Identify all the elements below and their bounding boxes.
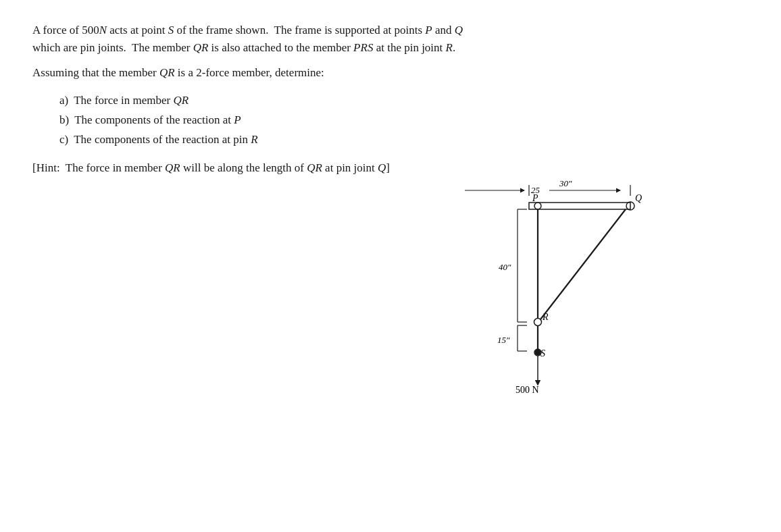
list-section: a) The force in member QR b) The compone… <box>59 91 640 150</box>
svg-rect-6 <box>529 203 630 209</box>
diagram-area: 25 30″ P Q 40″ 15″ <box>424 170 708 400</box>
svg-text:500 N: 500 N <box>515 385 539 395</box>
diagram-svg: 25 30″ P Q 40″ 15″ <box>424 170 708 400</box>
intro-paragraph: A force of 500N acts at point S of the f… <box>32 22 640 57</box>
list-item-a: a) The force in member QR <box>59 91 640 111</box>
problem-text: A force of 500N acts at point S of the f… <box>32 22 640 177</box>
svg-text:30″: 30″ <box>559 178 572 188</box>
svg-text:Q: Q <box>635 193 642 203</box>
svg-point-23 <box>535 350 540 355</box>
svg-text:15″: 15″ <box>497 335 510 345</box>
svg-text:40″: 40″ <box>499 262 511 272</box>
list-label-c: c) <box>59 130 68 150</box>
list-label-a: a) <box>59 91 68 111</box>
list-label-b: b) <box>59 111 69 130</box>
assuming-paragraph: Assuming that the member QR is a 2-force… <box>32 64 640 82</box>
svg-line-22 <box>540 209 626 319</box>
svg-point-20 <box>534 319 542 326</box>
list-item-c: c) The components of the reaction at pin… <box>59 130 640 150</box>
svg-text:P: P <box>532 193 538 203</box>
list-item-b: b) The components of the reaction at P <box>59 111 640 130</box>
list-text-c: The components of the reaction at pin R <box>74 130 257 150</box>
list-text-b: The components of the reaction at P <box>74 111 241 130</box>
svg-point-10 <box>534 203 541 209</box>
list-text-a: The force in member QR <box>74 91 188 111</box>
